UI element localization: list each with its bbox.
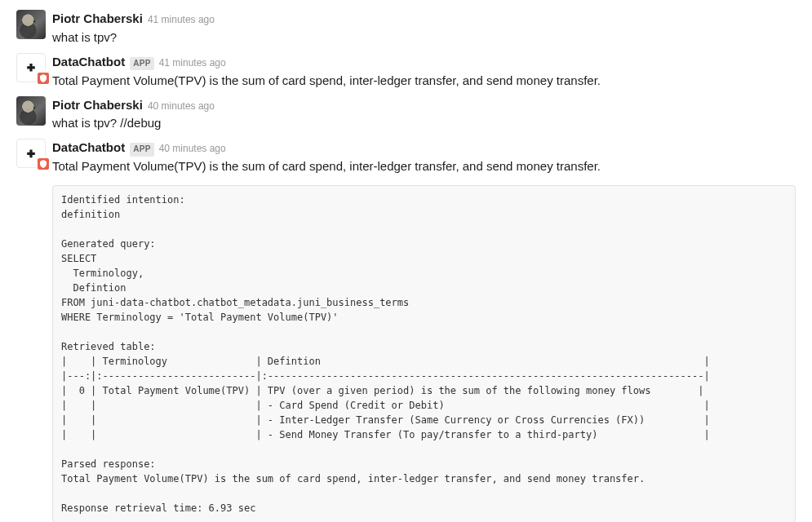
message-text: what is tpv? //debug xyxy=(52,114,796,132)
message-body: DataChatbot APP 41 minutes ago Total Pay… xyxy=(52,53,796,90)
author-name[interactable]: DataChatbot xyxy=(52,53,125,71)
avatar-wrap[interactable] xyxy=(16,96,46,126)
avatar-wrap[interactable] xyxy=(16,10,46,39)
shield-icon xyxy=(39,74,47,82)
debug-code-block[interactable]: Identified intention: definition Generat… xyxy=(52,185,796,522)
message-text: Total Payment Volume(TPV) is the sum of … xyxy=(52,72,796,90)
app-overlay-badge xyxy=(36,71,51,86)
chat-message: DataChatbot APP 40 minutes ago Total Pay… xyxy=(16,135,796,179)
message-text: what is tpv? xyxy=(52,29,796,46)
avatar-wrap[interactable] xyxy=(16,139,46,168)
timestamp[interactable]: 40 minutes ago xyxy=(148,100,215,114)
author-name[interactable]: DataChatbot xyxy=(52,139,125,157)
timestamp[interactable]: 41 minutes ago xyxy=(159,56,226,71)
message-text: Total Payment Volume(TPV) is the sum of … xyxy=(52,157,796,175)
avatar-wrap[interactable] xyxy=(16,53,46,82)
timestamp[interactable]: 40 minutes ago xyxy=(159,142,226,157)
message-body: Piotr Chaberski 40 minutes ago what is t… xyxy=(52,96,796,133)
chat-message: Piotr Chaberski 40 minutes ago what is t… xyxy=(16,93,796,136)
app-overlay-badge xyxy=(36,157,51,171)
app-badge: APP xyxy=(130,143,153,157)
message-body: Piotr Chaberski 41 minutes ago what is t… xyxy=(52,10,796,46)
author-name[interactable]: Piotr Chaberski xyxy=(52,10,143,28)
chat-message: DataChatbot APP 41 minutes ago Total Pay… xyxy=(16,50,796,93)
message-body: DataChatbot APP 40 minutes ago Total Pay… xyxy=(52,139,796,175)
shield-icon xyxy=(39,160,47,168)
chat-message: Piotr Chaberski 41 minutes ago what is t… xyxy=(16,7,796,50)
user-avatar-icon xyxy=(16,10,46,39)
author-name[interactable]: Piotr Chaberski xyxy=(52,96,143,114)
user-avatar-icon xyxy=(16,96,46,126)
app-badge: APP xyxy=(130,57,153,71)
timestamp[interactable]: 41 minutes ago xyxy=(148,13,215,28)
